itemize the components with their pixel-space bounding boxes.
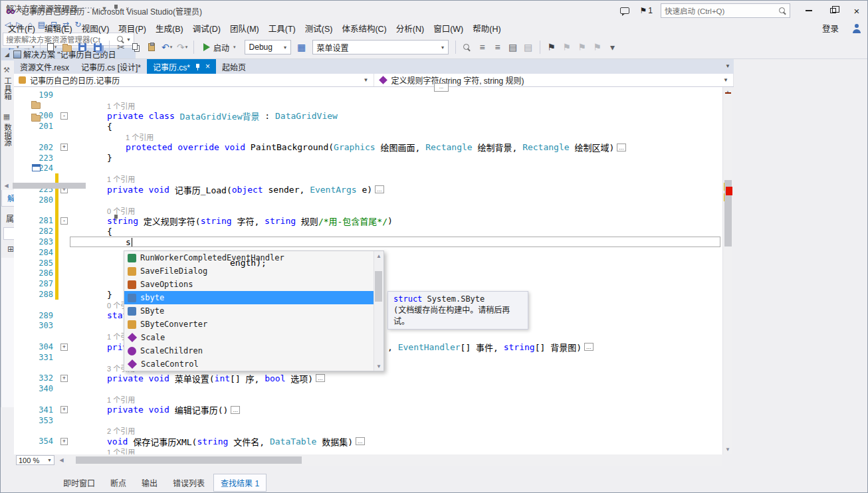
doc-tab[interactable]: 记事历.cs*× [147, 59, 216, 74]
close-button[interactable]: × [845, 1, 868, 21]
code-row[interactable]: 340 [14, 383, 722, 394]
nav-forward-icon[interactable]: →▾ [22, 40, 36, 54]
copy-icon[interactable] [130, 40, 143, 54]
feedback-icon[interactable] [620, 7, 629, 14]
new-item-icon[interactable]: ▾ [45, 40, 58, 54]
bottom-panel-tab[interactable]: 查找结果 1 [213, 474, 267, 492]
menu-item[interactable]: 体系结构(C) [337, 20, 391, 37]
completion-item[interactable]: Scale [124, 331, 374, 344]
uncomment-icon[interactable]: ▤ [522, 40, 535, 54]
popup-scrollbar-thumb[interactable] [375, 271, 382, 302]
bottom-panel-tab[interactable]: 即时窗口 [56, 474, 102, 492]
menu-item[interactable]: 文件(F) [3, 20, 40, 37]
menu-item[interactable]: 视图(V) [77, 20, 114, 37]
bottom-panel-tab[interactable]: 错误列表 [166, 474, 211, 492]
scroll-left-icon[interactable]: ◀ [56, 457, 66, 463]
fold-expand-icon[interactable]: + [60, 344, 68, 351]
paste-icon[interactable] [145, 40, 158, 54]
chevron-down-icon[interactable]: ▾ [233, 45, 236, 50]
indent-decrease-icon[interactable]: ≡ [476, 40, 489, 54]
navbar-members-dropdown[interactable]: 定义规则字符(string 字符, string 规则) ▼ [374, 74, 734, 86]
codelens-references[interactable]: 1 个引用 [126, 132, 154, 142]
search-icon[interactable] [117, 36, 124, 43]
doc-tab[interactable]: 资源文件.resx [14, 59, 75, 74]
notifications-button[interactable]: ⚑ 1 [640, 6, 653, 15]
account-avatar-icon[interactable] [852, 24, 862, 33]
fold-collapse-icon[interactable]: - [60, 217, 68, 225]
menu-item[interactable]: 帮助(H) [468, 20, 505, 37]
collapsed-region-box[interactable]: ... [316, 374, 325, 382]
hscroll-track[interactable] [66, 454, 722, 466]
codelens-references[interactable]: 0 个引用 [107, 205, 135, 216]
menu-item[interactable]: 生成(B) [151, 20, 188, 37]
fold-expand-icon[interactable]: + [60, 438, 68, 445]
chevron-down-icon[interactable]: ▾ [170, 45, 173, 50]
completion-item[interactable]: SByte [124, 304, 374, 318]
codelens-row[interactable]: 1 个引用 [14, 100, 722, 111]
codelens-references[interactable]: 2 个引用 [107, 425, 135, 436]
collapsed-region-box[interactable]: ... [434, 83, 449, 92]
code-row[interactable]: 353 [14, 415, 722, 426]
code-row[interactable]: 200-private class DataGridView背景 : DataG… [14, 111, 722, 122]
quick-launch-input[interactable]: 快速启动 (Ctrl+Q) [661, 3, 790, 18]
indent-increase-icon[interactable]: ≡ [491, 40, 504, 54]
pin-icon[interactable] [113, 5, 119, 12]
scrollbar-thumb[interactable] [76, 456, 302, 464]
zoom-control[interactable]: 100 % ▼ [16, 455, 54, 465]
collapsed-region-box[interactable]: ... [617, 144, 626, 151]
save-icon[interactable] [76, 40, 89, 54]
chevron-down-icon[interactable]: ▾ [438, 45, 448, 50]
toolbar-overflow-icon[interactable]: ▾ [606, 40, 619, 54]
chevron-down-icon[interactable]: ▾ [185, 45, 188, 50]
minimize-button[interactable] [797, 1, 821, 21]
code-row[interactable]: 202+protected override void PaintBackgro… [14, 142, 722, 153]
start-debug-button[interactable]: 启动▾ [199, 42, 241, 53]
prev-bookmark-icon[interactable]: ⚑ [560, 40, 574, 54]
find-in-files-icon[interactable] [461, 40, 474, 54]
menu-item[interactable]: 调试(D) [188, 20, 225, 37]
fold-expand-icon[interactable]: + [60, 406, 68, 413]
chevron-down-icon[interactable]: ▾ [54, 45, 57, 50]
code-row[interactable]: 281-string 定义规则字符(string 字符, string 规则/*… [14, 216, 722, 227]
codelens-row[interactable]: 1 个引用 [14, 132, 722, 142]
codelens-row[interactable]: 1 个引用 [14, 394, 722, 405]
codelens-row[interactable]: 1 个引用 [14, 446, 722, 454]
code-row[interactable]: 283s [14, 237, 722, 247]
codelens-references[interactable]: 1 个引用 [107, 100, 135, 111]
menu-item[interactable]: 窗口(W) [429, 20, 468, 37]
comment-icon[interactable]: ▤ [506, 40, 520, 54]
code-row[interactable]: 223} [14, 153, 722, 163]
tab-list-dropdown-icon[interactable]: ▼ [725, 63, 730, 69]
sign-in-button[interactable]: 登录 [822, 22, 839, 35]
navbar-types-dropdown[interactable]: 记事历自己的日历.记事历 ▼ [14, 74, 374, 86]
code-row[interactable]: 332+private void 菜单设置(int[] 序, bool 选项).… [14, 373, 722, 384]
menu-item[interactable]: 分析(N) [391, 20, 429, 37]
next-bookmark-icon[interactable]: ⚑ [576, 40, 589, 54]
undo-icon[interactable]: ↶▾ [160, 40, 173, 54]
collapsed-region-box[interactable]: ... [356, 437, 365, 445]
chevron-down-icon[interactable]: ▾ [280, 45, 290, 50]
menu-item[interactable]: 工具(T) [264, 20, 300, 37]
fold-expand-icon[interactable]: + [60, 144, 68, 151]
code-row[interactable]: 354+void 保存记事历XML(string 文件名, DataTable … [14, 436, 722, 446]
collapsed-region-box[interactable]: ... [584, 343, 594, 351]
completion-item[interactable]: ScaleControl [124, 357, 374, 371]
menu-item[interactable]: 项目(P) [114, 20, 151, 37]
side-tab[interactable]: ▦数据源 [1, 108, 14, 151]
doc-tab[interactable]: 记事历.cs [设计]* [75, 59, 147, 74]
menu-item[interactable]: 编辑(E) [40, 20, 77, 37]
completion-item[interactable]: sbyte [124, 291, 374, 304]
completion-item[interactable]: SByteConverter [124, 318, 374, 331]
bottom-panel-tab[interactable]: 断点 [104, 474, 133, 492]
bottom-panel-tab[interactable]: 输出 [135, 474, 164, 492]
open-file-icon[interactable] [60, 40, 74, 54]
code-row[interactable]: 282{ [14, 226, 722, 237]
fold-collapse-icon[interactable]: - [60, 112, 68, 120]
code-row[interactable]: 201{ [14, 121, 722, 132]
fold-expand-icon[interactable]: + [60, 375, 68, 382]
scroll-up-icon[interactable]: ▲ [376, 251, 381, 260]
solution-platforms-icon[interactable]: ▦ [295, 40, 308, 54]
tree-hscroll-track[interactable] [11, 181, 126, 190]
doc-tab[interactable]: 起始页 [216, 59, 252, 74]
editor-vertical-scrollbar[interactable]: ▲ ▼ [722, 87, 732, 454]
